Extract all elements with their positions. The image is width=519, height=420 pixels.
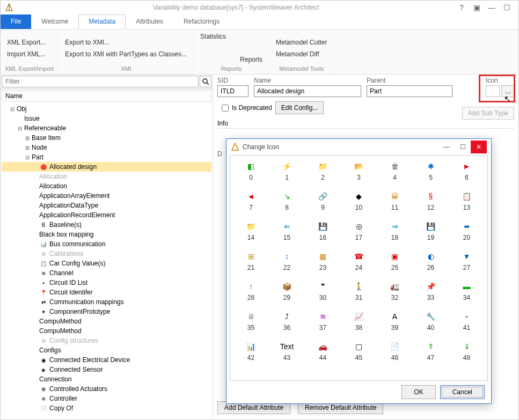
export-xmi-pt-button[interactable]: Export to XMI with PartTypes as Classes.… xyxy=(63,49,189,59)
tree-node[interactable]: Connection xyxy=(2,374,211,384)
tree-node[interactable]: ≋Channel xyxy=(2,268,211,278)
tree-node[interactable]: ◉Connected Electrical Device xyxy=(2,355,211,365)
tree-node[interactable]: BBaseline(s) xyxy=(2,220,211,230)
icon-option[interactable]: ◆10 xyxy=(343,191,374,211)
tree-node[interactable]: ≋Controller xyxy=(2,394,211,403)
icon-option[interactable]: ▣25 xyxy=(379,251,410,271)
tree-node[interactable]: ⊟Part xyxy=(2,152,211,162)
icon-option[interactable]: 🚶31 xyxy=(343,281,374,301)
icon-option[interactable]: ▪41 xyxy=(451,311,482,331)
tree-node[interactable]: ⊗Controlled Actuators xyxy=(2,384,211,394)
icon-browse-button[interactable]: … xyxy=(501,85,514,97)
icon-option[interactable]: 📦29 xyxy=(272,281,302,301)
sid-input[interactable] xyxy=(217,85,248,97)
tree-node[interactable]: CompuMethod xyxy=(2,316,211,326)
tree-node[interactable]: Black box mapping xyxy=(2,230,211,239)
expand-icon[interactable]: ⊟ xyxy=(10,106,17,112)
icon-option[interactable]: ◎17 xyxy=(343,221,374,241)
icon-option[interactable]: ≋37 xyxy=(308,311,338,331)
tab-file[interactable]: File xyxy=(1,14,31,29)
name-input[interactable] xyxy=(254,85,361,97)
icon-option[interactable]: Text43 xyxy=(272,341,302,362)
tab-welcome[interactable]: Welcome xyxy=(31,14,78,29)
statistics-button[interactable]: Statistics xyxy=(198,32,228,41)
add-subtype-button[interactable]: Add Sub Type xyxy=(462,107,514,120)
parent-input[interactable] xyxy=(367,85,452,97)
tree-node[interactable]: 📋Car Config Value(s) xyxy=(2,259,211,268)
icon-option[interactable]: ▦23 xyxy=(308,251,338,271)
icon-option[interactable]: 🚛32 xyxy=(379,281,410,301)
icon-option[interactable]: ⤴36 xyxy=(272,311,302,331)
expand-icon[interactable]: ⊞ xyxy=(25,135,32,141)
import-xml-button[interactable]: Import XML... xyxy=(5,49,54,59)
tree-node[interactable]: ApplicationRecordElement xyxy=(2,210,211,220)
tree-node[interactable]: ApplicationDataType xyxy=(2,201,211,210)
icon-option[interactable]: ⇒18 xyxy=(379,221,410,241)
tree[interactable]: ⊟ObjIssue⊟Referenceable⊞Base Item⊞Node⊟P… xyxy=(1,103,213,418)
tree-node[interactable]: 📍Circuit Identifer xyxy=(2,288,211,297)
restore-button[interactable]: ▣ xyxy=(469,3,484,12)
icon-option[interactable]: 💾19 xyxy=(415,221,446,241)
tab-attributes[interactable]: Attributes xyxy=(126,14,173,29)
tree-node[interactable]: ⊞Base Item xyxy=(2,133,211,143)
filter-input[interactable] xyxy=(2,76,199,87)
tree-node[interactable]: ▪Circuit ID List xyxy=(2,278,211,288)
tab-refactorings[interactable]: Refactorings xyxy=(173,14,230,29)
icon-option[interactable]: ⊞21 xyxy=(236,251,266,271)
icon-option[interactable]: 📋13 xyxy=(451,191,482,211)
tree-node[interactable]: 📄Copy Of xyxy=(2,403,211,413)
icon-option[interactable]: §12 xyxy=(415,191,446,211)
icon-option[interactable]: ▢45 xyxy=(343,341,374,362)
icon-option[interactable]: 📄46 xyxy=(379,341,410,362)
tree-node[interactable]: CompuMethod xyxy=(2,326,211,336)
icon-option[interactable]: ↘8 xyxy=(272,191,302,211)
tab-metadata[interactable]: Metadata xyxy=(78,14,126,29)
ok-button[interactable]: OK xyxy=(401,385,435,399)
minimize-button[interactable]: — xyxy=(484,3,499,12)
icon-option[interactable]: 🏛11 xyxy=(379,191,410,211)
tree-node[interactable]: Allocation xyxy=(2,181,211,191)
tree-node[interactable]: ⊟Referenceable xyxy=(2,123,211,133)
icon-option[interactable]: ▬34 xyxy=(451,281,482,301)
xml-export-button[interactable]: XML Export... xyxy=(5,38,54,47)
export-xmi-button[interactable]: Export to XMI... xyxy=(63,38,189,47)
icon-option[interactable]: ⬌20 xyxy=(451,221,482,241)
help-button[interactable]: ? xyxy=(454,3,469,12)
icon-option[interactable]: A39 xyxy=(379,311,410,331)
icon-option[interactable]: ⇓48 xyxy=(451,341,482,362)
tree-node[interactable]: 🔴Allocated design xyxy=(2,162,211,172)
tree-node[interactable]: ⚙Calibrations xyxy=(2,249,211,259)
tree-node[interactable]: ⊟Obj xyxy=(2,104,211,114)
icon-option[interactable]: ▼27 xyxy=(451,251,482,271)
icon-option[interactable]: 📊42 xyxy=(236,341,266,362)
icon-option[interactable]: 📈38 xyxy=(343,311,374,331)
tree-node[interactable]: ⊞Node xyxy=(2,143,211,152)
expand-icon[interactable]: ⊞ xyxy=(25,145,32,151)
metamodel-diff-button[interactable]: Metamodel Diff xyxy=(274,49,329,59)
icon-option[interactable]: ↕22 xyxy=(272,251,302,271)
icon-option[interactable]: ◄7 xyxy=(236,191,266,211)
icon-option[interactable]: ⇐15 xyxy=(272,221,302,241)
icon-option[interactable]: ◐26 xyxy=(415,251,446,271)
icon-option[interactable]: 📁14 xyxy=(236,221,266,241)
icon-option[interactable]: ⇑47 xyxy=(415,341,446,362)
maximize-button[interactable]: ☐ xyxy=(499,3,514,12)
icon-option[interactable]: 📂3 xyxy=(343,161,374,181)
tree-node[interactable]: ⇄Communication mappings xyxy=(2,297,211,307)
icon-option[interactable]: ↑28 xyxy=(236,281,266,301)
icon-option[interactable]: ☎24 xyxy=(343,251,374,271)
dialog-maximize-button[interactable]: ☐ xyxy=(455,141,471,153)
dialog-minimize-button[interactable]: — xyxy=(438,141,455,153)
icon-option[interactable]: 🗑4 xyxy=(379,161,410,181)
deprecated-checkbox[interactable] xyxy=(222,105,229,112)
tree-node[interactable]: ApplicationArrayElement xyxy=(2,191,211,201)
tree-node[interactable]: 📊Bus communication xyxy=(2,239,211,249)
tree-node[interactable]: Allocation xyxy=(2,172,211,181)
tree-node[interactable]: ✦ComponentPrototype xyxy=(2,307,211,316)
name-column-header[interactable]: Name xyxy=(2,90,211,102)
edit-config-button[interactable]: Edit Config... xyxy=(275,101,324,114)
icon-option[interactable]: ✱5 xyxy=(415,161,446,181)
icon-option[interactable]: 📁2 xyxy=(308,161,338,181)
tree-node[interactable]: Configs xyxy=(2,345,211,355)
icon-option[interactable]: ❞30 xyxy=(308,281,338,301)
